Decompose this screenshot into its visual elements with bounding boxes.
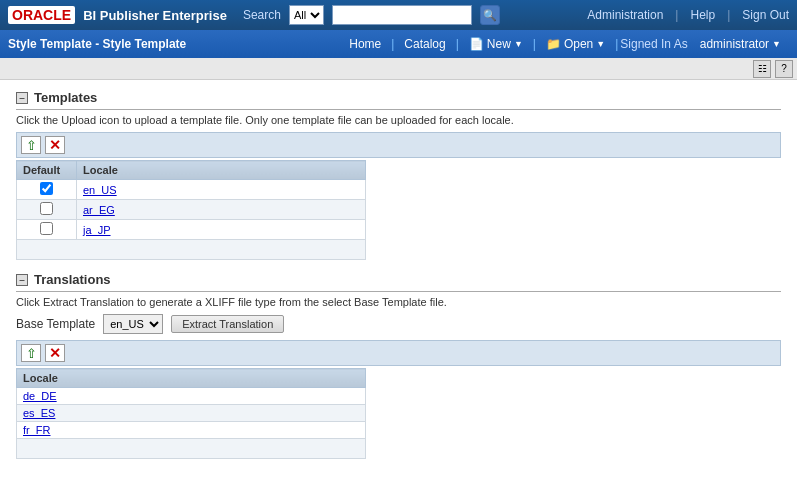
main-content: – Templates Click the Upload icon to upl… [0, 80, 797, 502]
second-navbar: Style Template - Style Template Home | C… [0, 30, 797, 58]
user-chevron-icon: ▼ [772, 39, 781, 49]
locale-link[interactable]: ja_JP [83, 224, 111, 236]
delete-icon[interactable]: ✕ [45, 136, 65, 154]
table-row: ar_EG [17, 200, 366, 220]
search-scope-select[interactable]: All [289, 5, 324, 25]
upload-icon[interactable]: ⇧ [21, 136, 41, 154]
templates-section-header: – Templates [16, 90, 781, 110]
table-row: es_ES [17, 405, 366, 422]
open-menu-btn[interactable]: 📁 Open ▼ [538, 34, 613, 54]
translations-table: Locale de_DEes_ESfr_FR [16, 368, 366, 459]
oracle-logo: ORACLE [8, 6, 75, 24]
table-row: fr_FR [17, 422, 366, 439]
open-chevron-icon: ▼ [596, 39, 605, 49]
search-label: Search [243, 8, 281, 22]
col-default: Default [17, 161, 77, 180]
base-template-label: Base Template [16, 317, 95, 331]
username-menu-btn[interactable]: administrator ▼ [692, 34, 789, 54]
translations-toggle[interactable]: – [16, 274, 28, 286]
translation-locale-link[interactable]: es_ES [23, 407, 55, 419]
upload-translation-icon[interactable]: ⇧ [21, 344, 41, 362]
table-row: ja_JP [17, 220, 366, 240]
new-icon: 📄 [469, 37, 484, 51]
col-translation-locale: Locale [17, 369, 366, 388]
templates-table: Default Locale en_US ar_EG ja_JP [16, 160, 366, 260]
default-checkbox[interactable] [40, 182, 53, 195]
extract-translation-button[interactable]: Extract Translation [171, 315, 284, 333]
administration-link[interactable]: Administration [587, 8, 663, 22]
app-title: BI Publisher Enterprise [83, 8, 227, 23]
second-nav-right: Home | Catalog | 📄 New ▼ | 📁 Open ▼ | Si… [341, 34, 789, 54]
col-locale: Locale [77, 161, 366, 180]
home-link[interactable]: Home [341, 34, 389, 54]
translations-section-title: Translations [34, 272, 111, 287]
layout-icon-button[interactable]: ☷ [753, 60, 771, 78]
default-checkbox[interactable] [40, 202, 53, 215]
templates-toggle[interactable]: – [16, 92, 28, 104]
new-menu-btn[interactable]: 📄 New ▼ [461, 34, 531, 54]
translations-section: – Translations Click Extract Translation… [16, 272, 781, 459]
folder-icon: 📁 [546, 37, 561, 51]
search-button[interactable]: 🔍 [480, 5, 500, 25]
translation-locale-link[interactable]: de_DE [23, 390, 57, 402]
translations-toolbar: ⇧ ✕ [16, 340, 781, 366]
locale-link[interactable]: en_US [83, 184, 117, 196]
translations-description: Click Extract Translation to generate a … [16, 296, 781, 308]
templates-description: Click the Upload icon to upload a templa… [16, 114, 781, 126]
delete-translation-icon[interactable]: ✕ [45, 344, 65, 362]
catalog-link[interactable]: Catalog [396, 34, 453, 54]
sign-out-link[interactable]: Sign Out [742, 8, 789, 22]
search-input[interactable] [332, 5, 472, 25]
locale-link[interactable]: ar_EG [83, 204, 115, 216]
top-navbar: ORACLE BI Publisher Enterprise Search Al… [0, 0, 797, 30]
base-template-select[interactable]: en_US [103, 314, 163, 334]
translation-locale-link[interactable]: fr_FR [23, 424, 51, 436]
default-checkbox[interactable] [40, 222, 53, 235]
toolbar-icons-bar: ☷ ? [0, 58, 797, 80]
templates-toolbar: ⇧ ✕ [16, 132, 781, 158]
templates-section-title: Templates [34, 90, 97, 105]
table-row: en_US [17, 180, 366, 200]
base-template-row: Base Template en_US Extract Translation [16, 314, 781, 334]
signed-in-label: Signed In As [620, 37, 687, 51]
top-nav-links: Administration | Help | Sign Out [587, 8, 789, 22]
translations-section-header: – Translations [16, 272, 781, 292]
help-link[interactable]: Help [690, 8, 715, 22]
templates-section: – Templates Click the Upload icon to upl… [16, 90, 781, 260]
page-title: Style Template - Style Template [8, 37, 186, 51]
table-row: de_DE [17, 388, 366, 405]
help-icon-button[interactable]: ? [775, 60, 793, 78]
new-chevron-icon: ▼ [514, 39, 523, 49]
